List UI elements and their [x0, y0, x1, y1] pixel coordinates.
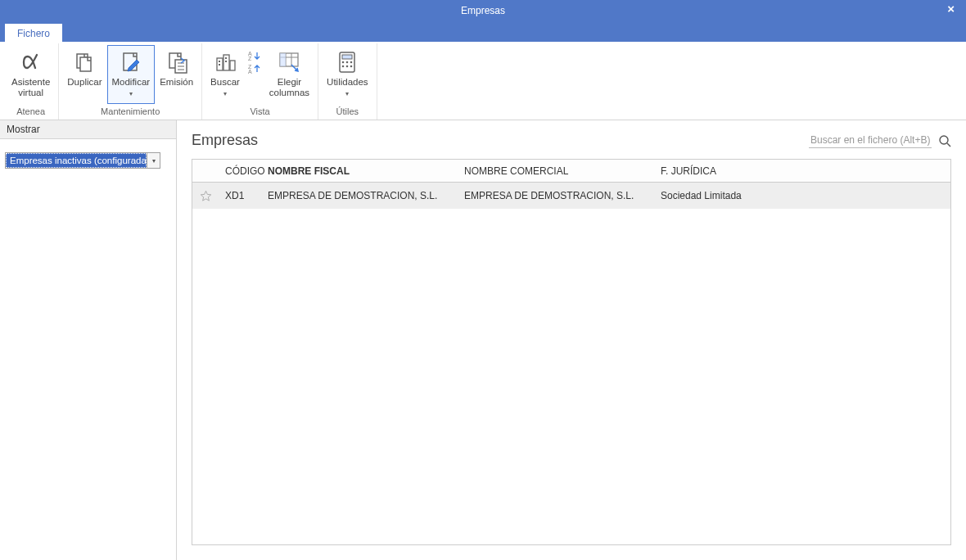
cell-nombre-comercial: EMPRESA DE DEMOSTRACION, S.L. [458, 190, 654, 201]
col-nombre-fiscal[interactable]: NOMBRE FISCAL [261, 165, 458, 177]
svg-text:Z: Z [248, 56, 252, 61]
svg-point-29 [342, 65, 345, 68]
group-label-utiles: Útiles [322, 105, 373, 120]
ribbon-group-atenea: Asistente virtual Atenea [3, 43, 59, 120]
duplicate-icon [72, 49, 97, 75]
utilidades-button[interactable]: Utilidades ▾ [322, 45, 373, 104]
utilidades-label: Utilidades [327, 77, 368, 87]
ribbon-group-utiles: Utilidades ▾ Útiles [318, 43, 377, 120]
table-header: CÓDIGO NOMBRE FISCAL NOMBRE COMERCIAL F.… [192, 160, 950, 183]
col-f-juridica[interactable]: F. JURÍDICA [654, 165, 950, 177]
elegir-columnas-button[interactable]: Elegir columnas [264, 45, 314, 104]
columns-icon [277, 49, 301, 75]
cell-nombre-fiscal: EMPRESA DE DEMOSTRACION, S.L. [261, 190, 458, 201]
svg-rect-9 [223, 55, 229, 70]
elegir-label-2: columnas [269, 88, 309, 97]
svg-point-27 [346, 61, 349, 64]
search-icon[interactable] [938, 134, 951, 147]
buscar-button[interactable]: Buscar ▾ [205, 45, 245, 104]
filter-combo-value: Empresas inactivas (configuradas) [6, 153, 147, 168]
star-icon[interactable] [192, 190, 219, 202]
group-label-vista: Vista [205, 105, 314, 120]
window-title: Empresas [461, 5, 505, 16]
svg-rect-14 [225, 61, 227, 62]
table-body: XD1 EMPRESA DE DEMOSTRACION, S.L. EMPRES… [192, 183, 950, 544]
svg-rect-11 [219, 61, 220, 62]
svg-point-30 [346, 65, 349, 68]
asistente-virtual-button[interactable]: Asistente virtual [7, 45, 55, 104]
ribbon-group-mantenimiento: Duplicar Modificar ▾ [59, 43, 202, 120]
chevron-down-icon: ▾ [223, 90, 227, 97]
table-row[interactable]: XD1 EMPRESA DE DEMOSTRACION, S.L. EMPRES… [192, 183, 950, 209]
buscar-label: Buscar [210, 77, 240, 87]
modificar-button[interactable]: Modificar ▾ [107, 45, 156, 104]
content-area: Mostrar Empresas inactivas (configuradas… [0, 120, 966, 560]
svg-rect-1 [80, 57, 91, 71]
asistente-label-2: virtual [18, 88, 43, 97]
group-label-atenea: Atenea [7, 105, 55, 120]
chevron-down-icon: ▾ [345, 90, 349, 97]
sidebar-header: Mostrar [0, 120, 176, 139]
modificar-label: Modificar [112, 77, 151, 87]
sort-buttons[interactable]: A Z Z A [245, 45, 264, 104]
data-table: CÓDIGO NOMBRE FISCAL NOMBRE COMERCIAL F.… [192, 159, 951, 545]
alpha-icon [19, 49, 43, 75]
svg-point-31 [350, 65, 353, 68]
svg-rect-13 [225, 57, 227, 59]
tab-fichero[interactable]: Fichero [5, 24, 62, 42]
buildings-icon [213, 49, 237, 75]
edit-icon [119, 49, 143, 75]
cell-f-juridica: Sociedad Limitada [654, 190, 950, 201]
svg-text:A: A [248, 69, 252, 75]
emision-button[interactable]: Emisión [155, 45, 198, 104]
svg-point-28 [350, 61, 353, 64]
close-button[interactable]: × [942, 2, 959, 16]
filter-combo[interactable]: Empresas inactivas (configuradas) ▾ [5, 152, 160, 169]
sort-icon: A Z Z A [247, 49, 262, 75]
main-panel: Empresas CÓDIGO NOMBRE FISCAL NOMBRE COM… [177, 120, 966, 560]
duplicar-button[interactable]: Duplicar [62, 45, 106, 104]
emit-icon [165, 49, 189, 75]
page-title: Empresas [192, 132, 258, 149]
chevron-down-icon: ▾ [129, 90, 133, 97]
calculator-icon [336, 49, 359, 75]
group-label-mantenimiento: Mantenimiento [62, 105, 198, 120]
tab-strip: Fichero [0, 21, 966, 42]
sidebar: Mostrar Empresas inactivas (configuradas… [0, 120, 177, 560]
svg-rect-10 [230, 61, 235, 70]
col-codigo[interactable]: CÓDIGO [219, 165, 261, 177]
duplicar-label: Duplicar [67, 77, 102, 88]
title-bar: Empresas × [0, 0, 966, 21]
chevron-down-icon[interactable]: ▾ [147, 153, 160, 168]
svg-line-33 [947, 143, 950, 147]
col-nombre-comercial[interactable]: NOMBRE COMERCIAL [458, 165, 654, 177]
ribbon-group-vista: Buscar ▾ A Z Z A [202, 43, 318, 120]
emision-label: Emisión [160, 77, 193, 88]
cell-codigo: XD1 [219, 190, 261, 201]
svg-point-26 [342, 61, 345, 64]
svg-rect-12 [219, 64, 220, 65]
search-input[interactable] [809, 133, 932, 148]
svg-rect-23 [280, 53, 286, 66]
ribbon: Asistente virtual Atenea Duplicar [0, 42, 966, 120]
svg-rect-25 [342, 55, 352, 59]
asistente-label-1: Asistente [11, 77, 50, 87]
svg-point-32 [940, 136, 948, 144]
elegir-label-1: Elegir [278, 77, 301, 87]
